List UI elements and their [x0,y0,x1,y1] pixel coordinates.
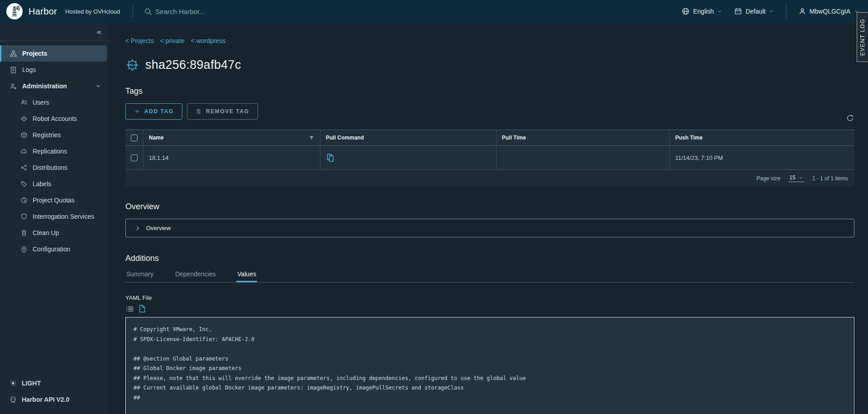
app-header: Harbor Hosted by OVHcloud English Defaul… [0,0,868,23]
page-size-value: 15 [789,174,795,181]
page-size-select[interactable]: 15 [788,174,804,182]
distributions-icon [20,164,28,171]
sidebar-item-label: Interrogation Services [33,213,94,220]
yaml-content: # Copyright VMware, Inc. # SPDX-License-… [134,325,852,414]
table-footer: Page size 15 1 - 1 of 1 items [125,170,854,187]
sidebar-item-project-quotas[interactable]: Project Quotas [0,192,109,208]
copy-icon [326,153,335,163]
header-divider [133,5,133,18]
breadcrumb-projects[interactable]: < Projects [125,37,154,44]
theme-toggle-label: LIGHT [22,380,41,387]
brand-title: Harbor [29,6,57,17]
chevron-down-icon [95,83,101,89]
quotas-icon [20,197,28,204]
tags-table: Name Pull Command Pull Time Push Time 18… [125,130,854,187]
chevron-down-icon [769,9,774,14]
shield-icon [20,213,28,220]
overview-panel-label: Overview [146,225,171,231]
helm-icon [125,58,139,72]
sidebar-item-registries[interactable]: Registries [0,127,109,143]
users-icon [20,99,28,106]
sidebar-item-labels[interactable]: Labels [0,176,109,192]
search-input[interactable] [155,8,318,15]
registry-mode-selector[interactable]: Default [734,7,774,15]
sidebar-item-distributions[interactable]: Distributions [0,159,109,176]
sidebar-item-label: Robot Accounts [33,115,77,122]
user-menu[interactable]: MbwQLGCgIA [798,7,859,15]
sidebar-item-replications[interactable]: Replications [0,143,109,159]
column-header-pull-time: Pull Time [496,130,669,145]
chevron-down-icon [717,9,722,14]
sidebar-item-label: Administration [22,82,67,90]
add-tag-label: ADD TAG [144,108,174,115]
chevron-down-icon [798,175,803,180]
trash-icon [196,108,202,115]
sidebar-item-interrogation-services[interactable]: Interrogation Services [0,208,109,225]
breadcrumb: < Projects < private < wordpress [125,37,854,44]
tab-summary[interactable]: Summary [125,270,154,282]
language-label: English [693,8,714,15]
tab-dependencies[interactable]: Dependencies [174,270,217,282]
overview-heading: Overview [125,202,854,212]
registries-icon [20,131,28,139]
harbor-logo [6,3,23,19]
copy-pull-command-button[interactable] [326,153,335,163]
user-icon [798,7,806,15]
registry-mode-label: Default [745,8,765,15]
pull-time-cell [496,146,669,169]
main-content: < Projects < private < wordpress sha256:… [109,0,868,414]
sidebar-item-clean-up[interactable]: Clean Up [0,225,109,241]
tags-heading: Tags [125,87,854,96]
breadcrumb-wordpress[interactable]: < wordpress [191,37,226,44]
api-icon [10,396,17,403]
language-selector[interactable]: English [682,7,722,15]
table-row: 18.1.14 11/14/23, 7:10 PM [125,146,854,170]
additions-heading: Additions [125,254,854,263]
sidebar-item-label: Labels [33,180,51,188]
sidebar: « Projects Logs Administration Users Rob… [0,23,109,414]
sidebar-item-label: Distributions [33,164,67,171]
sidebar-item-label: Project Quotas [33,197,75,204]
breadcrumb-private[interactable]: < private [160,37,185,44]
sidebar-item-users[interactable]: Users [0,94,109,111]
sidebar-item-label: Configuration [33,246,70,253]
remove-tag-button[interactable]: REMOVE TAG [187,103,258,120]
chevron-right-icon [134,225,141,231]
api-link-label: Harbor API V2.0 [22,396,69,403]
sidebar-collapse-icon[interactable]: « [97,28,101,36]
replications-icon [20,148,28,155]
file-view-icon[interactable] [138,304,146,313]
harbor-api-link[interactable]: Harbor API V2.0 [0,391,109,408]
column-header-push-time: Push Time [669,130,854,145]
sidebar-item-robot-accounts[interactable]: Robot Accounts [0,111,109,127]
refresh-button[interactable] [846,114,854,122]
page-size-label: Page size [757,175,781,182]
refresh-icon [846,114,854,122]
remove-tag-label: REMOVE TAG [206,108,249,115]
sidebar-item-logs[interactable]: Logs [0,62,109,78]
logs-icon [10,66,17,74]
brand-subtitle: Hosted by OVHcloud [65,8,120,15]
add-tag-button[interactable]: ADD TAG [125,103,182,120]
pagination-range: 1 - 1 of 1 items [812,175,848,182]
select-all-checkbox[interactable] [131,135,138,141]
gear-icon [20,246,28,253]
theme-toggle-light[interactable]: LIGHT [0,375,109,391]
sun-icon [10,380,17,387]
tab-values[interactable]: Values [236,270,257,282]
globe-icon [682,7,690,15]
overview-accordion[interactable]: Overview [125,219,854,237]
header-divider [786,4,787,19]
sidebar-item-projects[interactable]: Projects [0,45,107,62]
sidebar-item-configuration[interactable]: Configuration [0,241,109,257]
administration-icon [10,82,17,90]
tag-name-cell: 18.1.14 [143,146,320,169]
sidebar-item-administration[interactable]: Administration [0,78,109,94]
event-log-tab[interactable]: EVENT LOG [857,12,868,62]
list-view-icon[interactable] [125,304,134,313]
trash-icon [20,229,28,236]
sidebar-item-label: Projects [22,50,47,57]
sidebar-item-label: Logs [22,66,36,73]
filter-icon[interactable] [309,135,315,141]
row-checkbox[interactable] [131,154,138,161]
